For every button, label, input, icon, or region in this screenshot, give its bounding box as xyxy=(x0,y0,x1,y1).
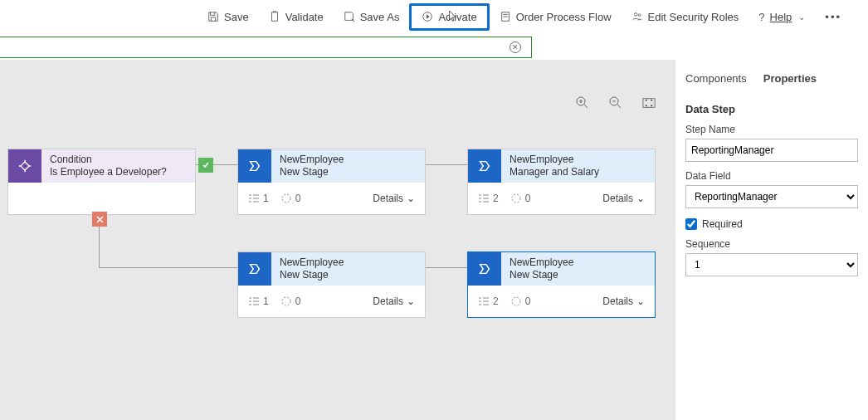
svg-point-10 xyxy=(512,297,520,305)
order-process-flow-button[interactable]: Order Process Flow xyxy=(490,6,622,28)
svg-rect-5 xyxy=(643,99,655,108)
properties-panel: Components Properties Data Step Step Nam… xyxy=(675,60,868,420)
stage-icon xyxy=(468,149,501,183)
chevron-down-icon: ⌄ xyxy=(636,193,645,204)
zoom-in-icon[interactable] xyxy=(576,96,589,110)
toolbar: Save Validate Save As Activate Order Pro… xyxy=(0,0,868,33)
help-label: Help xyxy=(770,11,792,23)
steps-count: 2 xyxy=(493,193,499,204)
chevron-down-icon: ⌄ xyxy=(636,295,645,307)
security-icon xyxy=(631,11,643,22)
steps-icon xyxy=(248,295,260,307)
steps-count: 2 xyxy=(493,295,499,307)
svg-point-1 xyxy=(634,13,637,17)
steps-icon xyxy=(478,295,490,307)
svg-point-8 xyxy=(512,194,520,203)
validate-button[interactable]: Validate xyxy=(259,6,334,28)
stage-name: New Stage xyxy=(510,269,646,281)
data-field-select[interactable]: ReportingManager xyxy=(685,185,858,208)
duration-icon xyxy=(280,295,292,307)
flow-icon xyxy=(500,11,511,22)
sequence-select[interactable]: 1 xyxy=(685,253,858,276)
details-toggle[interactable]: Details⌄ xyxy=(602,295,645,307)
stage-icon xyxy=(238,252,271,286)
tab-components[interactable]: Components xyxy=(685,72,747,85)
success-bar: ✕ xyxy=(0,37,532,58)
help-icon: ? xyxy=(758,11,764,23)
stage-entity: NewEmployee xyxy=(510,154,646,166)
duration-count: 0 xyxy=(295,193,301,204)
section-title: Data Step xyxy=(685,103,858,115)
stage-node-selected[interactable]: NewEmployee New Stage 2 0 Details⌄ xyxy=(467,252,656,318)
activate-button[interactable]: Activate xyxy=(409,3,489,31)
svg-rect-6 xyxy=(21,162,29,170)
order-flow-label: Order Process Flow xyxy=(516,11,612,23)
stage-node[interactable]: NewEmployee Manager and Salary 2 0 Detai… xyxy=(467,149,656,215)
save-as-label: Save As xyxy=(360,11,400,23)
connector xyxy=(426,267,467,268)
steps-icon xyxy=(248,193,260,204)
svg-point-2 xyxy=(638,14,641,17)
steps-count: 1 xyxy=(263,295,269,307)
clipboard-icon xyxy=(269,11,280,22)
zoom-out-icon[interactable] xyxy=(609,96,622,110)
required-label: Required xyxy=(702,218,743,230)
save-as-icon xyxy=(344,11,355,22)
stage-name: New Stage xyxy=(280,166,417,178)
step-name-input[interactable] xyxy=(685,139,858,162)
tab-properties[interactable]: Properties xyxy=(763,72,817,85)
chevron-down-icon: ⌄ xyxy=(407,295,415,307)
data-field-label: Data Field xyxy=(685,170,858,182)
steps-count: 1 xyxy=(263,193,269,204)
step-name-label: Step Name xyxy=(685,124,858,135)
more-button[interactable]: ••• xyxy=(815,6,851,28)
chevron-down-icon: ⌄ xyxy=(798,12,805,22)
yes-badge xyxy=(198,158,213,173)
connector xyxy=(426,164,467,165)
duration-icon xyxy=(510,295,522,307)
chevron-down-icon: ⌄ xyxy=(407,193,415,204)
stage-icon xyxy=(238,149,271,183)
svg-point-7 xyxy=(282,194,290,203)
help-button[interactable]: ? Help ⌄ xyxy=(749,6,815,28)
no-badge xyxy=(92,212,107,227)
stage-name: Manager and Salary xyxy=(510,166,646,178)
duration-count: 0 xyxy=(525,193,531,204)
edit-security-roles-button[interactable]: Edit Security Roles xyxy=(622,6,749,28)
details-toggle[interactable]: Details⌄ xyxy=(373,295,415,307)
duration-count: 0 xyxy=(525,295,531,307)
stage-entity: NewEmployee xyxy=(510,256,646,269)
stage-entity: NewEmployee xyxy=(280,256,417,269)
save-icon xyxy=(207,11,219,22)
connector xyxy=(99,267,237,268)
save-label: Save xyxy=(224,11,249,23)
duration-icon xyxy=(510,193,522,204)
canvas-tools xyxy=(576,96,656,110)
close-icon[interactable]: ✕ xyxy=(510,42,521,53)
activate-icon xyxy=(422,11,433,22)
condition-subtitle: Is Employee a Developer? xyxy=(50,166,187,178)
security-label: Edit Security Roles xyxy=(648,11,739,23)
condition-title: Condition xyxy=(50,154,187,166)
save-as-button[interactable]: Save As xyxy=(334,6,410,28)
details-toggle[interactable]: Details⌄ xyxy=(602,193,645,204)
stage-entity: NewEmployee xyxy=(280,154,417,166)
steps-icon xyxy=(478,193,490,204)
duration-icon xyxy=(280,193,292,204)
required-checkbox[interactable] xyxy=(685,218,697,230)
details-toggle[interactable]: Details⌄ xyxy=(373,193,415,204)
condition-icon xyxy=(8,149,41,183)
sequence-label: Sequence xyxy=(685,238,858,250)
canvas[interactable]: Condition Is Employee a Developer? NewEm… xyxy=(0,60,675,420)
duration-count: 0 xyxy=(295,295,301,307)
fit-screen-icon[interactable] xyxy=(642,96,656,110)
stage-node[interactable]: NewEmployee New Stage 1 0 Details⌄ xyxy=(237,149,426,215)
validate-label: Validate xyxy=(285,11,324,23)
stage-node[interactable]: NewEmployee New Stage 1 0 Details⌄ xyxy=(237,252,426,318)
stage-name: New Stage xyxy=(280,269,417,281)
condition-node[interactable]: Condition Is Employee a Developer? xyxy=(7,149,196,215)
stage-icon xyxy=(468,252,501,286)
activate-label: Activate xyxy=(438,11,476,23)
save-button[interactable]: Save xyxy=(197,6,259,28)
svg-point-9 xyxy=(282,297,290,305)
